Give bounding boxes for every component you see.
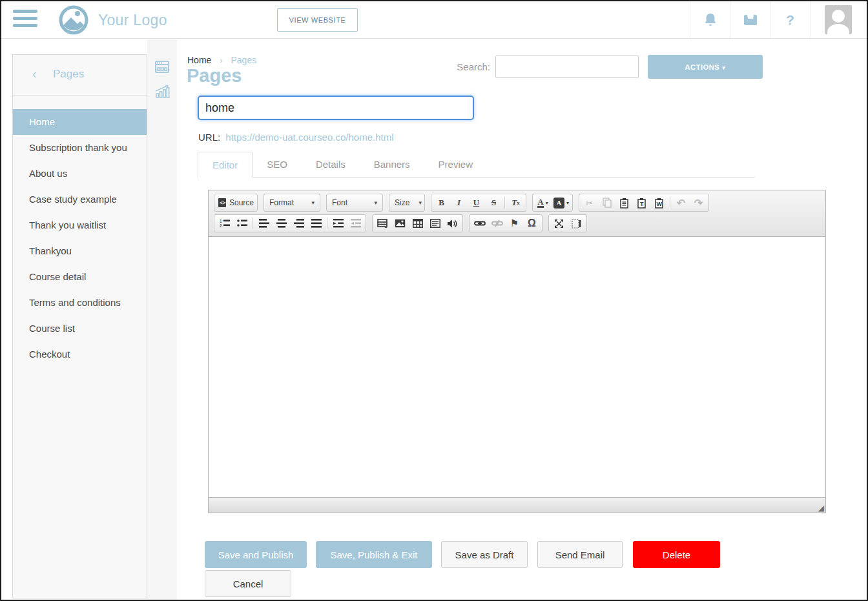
italic-button[interactable]: I <box>450 195 468 210</box>
help-icon: ? <box>786 12 794 28</box>
tab-seo[interactable]: SEO <box>253 152 302 178</box>
view-website-button[interactable]: VIEW WEBSITE <box>277 8 358 32</box>
page-name-input[interactable] <box>198 96 474 120</box>
help-button[interactable]: ? <box>770 1 810 38</box>
table-icon[interactable] <box>409 216 426 231</box>
indent-icon[interactable] <box>329 216 347 231</box>
tab-banners[interactable]: Banners <box>360 152 424 178</box>
editor-toolbar: <> Source Format▾ Font▾ Size▾ B I U S <box>209 190 825 237</box>
webpage-layout-icon <box>154 59 170 75</box>
source-button[interactable]: <> Source <box>216 195 256 210</box>
quick-tools-column <box>147 39 177 601</box>
editor-content-area[interactable] <box>209 237 825 497</box>
sidebar-header: ‹ Pages <box>13 55 147 96</box>
hamburger-menu-icon[interactable] <box>13 10 37 29</box>
svg-text:W: W <box>657 201 663 207</box>
special-character-icon[interactable]: Ω <box>523 216 541 231</box>
page-url-link[interactable]: https://demo-uat.courseo.co/home.html <box>225 132 393 143</box>
redo-icon[interactable]: ↷ <box>690 195 707 210</box>
sidebar-page-list: Home Subscription thank you About us Cas… <box>13 109 147 367</box>
tab-editor[interactable]: Editor <box>198 152 253 178</box>
font-dropdown[interactable]: Font▾ <box>328 195 381 210</box>
bell-icon <box>703 12 718 28</box>
numbered-list-icon[interactable]: 12 <box>216 216 233 231</box>
paste-as-text-icon[interactable]: T <box>633 195 650 210</box>
image-icon[interactable] <box>391 216 409 231</box>
top-header: Your Logo VIEW WEBSITE <box>1 1 867 39</box>
cut-icon[interactable]: ✂ <box>581 195 598 210</box>
editor-status-bar: ◢ <box>209 497 825 513</box>
logo[interactable]: Your Logo <box>58 5 167 36</box>
rich-text-editor: <> Source Format▾ Font▾ Size▾ B I U S <box>208 190 826 513</box>
actions-dropdown-button[interactable]: ACTIONS▾ <box>648 55 763 79</box>
svg-text:<>: <> <box>220 200 226 206</box>
breadcrumb-separator-icon: › <box>220 56 222 65</box>
anchor-icon[interactable]: ⚑ <box>506 216 523 231</box>
sidebar-item-home[interactable]: Home <box>13 109 147 135</box>
size-dropdown[interactable]: Size▾ <box>391 195 423 210</box>
template-icon[interactable] <box>374 216 391 231</box>
justify-icon[interactable] <box>307 216 325 231</box>
save-as-draft-button[interactable]: Save as Draft <box>441 541 528 568</box>
align-left-icon[interactable] <box>255 216 273 231</box>
svg-text:T: T <box>640 201 644 207</box>
format-dropdown[interactable]: Format▾ <box>265 195 318 210</box>
div-container-icon[interactable] <box>426 216 444 231</box>
svg-text:1: 1 <box>220 219 222 223</box>
inbox-button[interactable] <box>730 1 770 38</box>
sidebar-item-course-list[interactable]: Course list <box>13 316 147 341</box>
stats-button[interactable] <box>147 79 177 104</box>
outdent-icon[interactable] <box>347 216 364 231</box>
bulleted-list-icon[interactable] <box>233 216 251 231</box>
save-publish-exit-button[interactable]: Save, Publish & Exit <box>316 541 432 568</box>
tab-preview[interactable]: Preview <box>424 152 487 178</box>
sidebar-item-course-detail[interactable]: Course detail <box>13 264 147 290</box>
url-line: URL: https://demo-uat.courseo.co/home.ht… <box>198 132 394 143</box>
url-label: URL: <box>198 132 220 143</box>
cancel-button[interactable]: Cancel <box>205 570 291 597</box>
sidebar-item-checkout[interactable]: Checkout <box>13 341 147 367</box>
breadcrumb-current: Pages <box>231 55 256 65</box>
chevron-down-icon: ▾ <box>312 199 315 206</box>
underline-button[interactable]: U <box>468 195 485 210</box>
copy-icon[interactable] <box>598 195 615 210</box>
sidebar-item-thankyou[interactable]: Thankyou <box>13 238 147 264</box>
main-content: Home › Pages Pages Search: ACTIONS▾ URL:… <box>177 39 868 601</box>
strikethrough-button[interactable]: S <box>485 195 502 210</box>
text-color-button[interactable]: A▾ <box>534 195 552 210</box>
unlink-icon[interactable] <box>488 216 506 231</box>
sidebar-item-terms-and-conditions[interactable]: Terms and conditions <box>13 290 147 316</box>
sidebar-item-about-us[interactable]: About us <box>13 161 147 187</box>
back-chevron-icon[interactable]: ‹ <box>32 66 37 81</box>
tab-details[interactable]: Details <box>302 152 360 178</box>
delete-button[interactable]: Delete <box>633 541 720 568</box>
sidebar-item-subscription-thank-you[interactable]: Subscription thank you <box>13 135 147 161</box>
sidebar-item-case-study-example[interactable]: Case study example <box>13 187 147 212</box>
breadcrumb: Home › Pages <box>187 55 256 65</box>
search-label: Search: <box>457 61 490 72</box>
save-and-publish-button[interactable]: Save and Publish <box>205 541 307 568</box>
pages-layout-button[interactable] <box>147 55 177 79</box>
user-menu[interactable] <box>810 1 867 38</box>
paste-icon[interactable] <box>615 195 633 210</box>
breadcrumb-home[interactable]: Home <box>187 55 211 65</box>
remove-format-button[interactable]: Tx <box>507 195 524 210</box>
sidebar-title: Pages <box>53 68 84 81</box>
sidebar-item-thank-you-waitlist[interactable]: Thank you waitlist <box>13 212 147 238</box>
bold-button[interactable]: B <box>433 195 450 210</box>
resize-handle-icon[interactable]: ◢ <box>818 504 824 512</box>
show-blocks-icon[interactable] <box>568 216 585 231</box>
link-icon[interactable] <box>471 216 488 231</box>
undo-icon[interactable]: ↶ <box>672 195 690 210</box>
align-right-icon[interactable] <box>290 216 307 231</box>
send-email-button[interactable]: Send Email <box>537 541 623 568</box>
paste-from-word-icon[interactable]: W <box>650 195 668 210</box>
audio-icon[interactable] <box>444 216 461 231</box>
maximize-icon[interactable] <box>550 216 568 231</box>
align-center-icon[interactable] <box>273 216 290 231</box>
logo-image-icon <box>58 5 89 36</box>
background-color-button[interactable]: A▾ <box>552 195 571 210</box>
notifications-button[interactable] <box>690 1 730 38</box>
search-input[interactable] <box>495 56 639 78</box>
pages-sidebar: ‹ Pages Home Subscription thank you Abou… <box>12 54 147 598</box>
